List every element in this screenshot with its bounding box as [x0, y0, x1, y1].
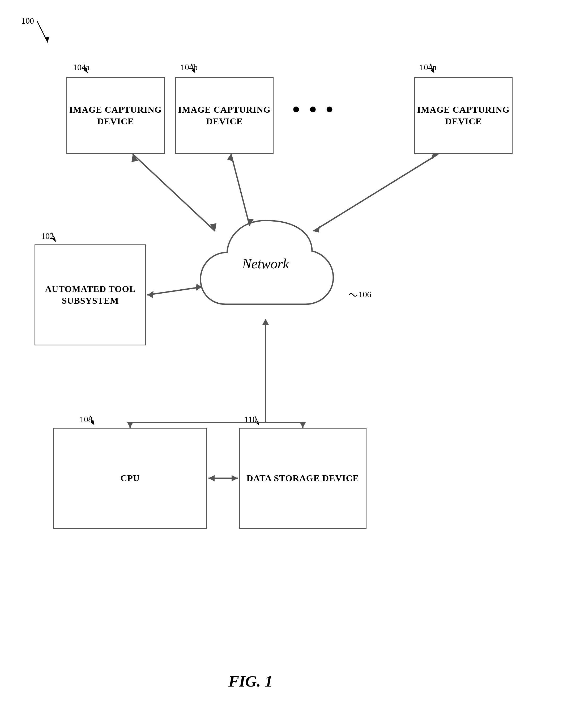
svg-marker-35 [232, 475, 238, 481]
svg-marker-19 [227, 154, 234, 162]
svg-marker-36 [209, 475, 215, 481]
svg-marker-22 [431, 153, 438, 159]
svg-marker-25 [147, 291, 154, 298]
svg-marker-33 [263, 319, 269, 325]
figure-label: FIG. 1 [229, 672, 273, 691]
arrows-layer [0, 0, 567, 728]
svg-line-21 [313, 154, 438, 231]
svg-line-15 [133, 154, 215, 231]
svg-marker-20 [247, 218, 254, 226]
svg-marker-23 [313, 226, 320, 232]
svg-marker-26 [196, 284, 202, 291]
diagram: 100 104a IMAGE CAPTURING DEVICE 104b IMA… [0, 0, 567, 728]
svg-line-18 [231, 154, 250, 226]
svg-line-24 [147, 287, 202, 295]
